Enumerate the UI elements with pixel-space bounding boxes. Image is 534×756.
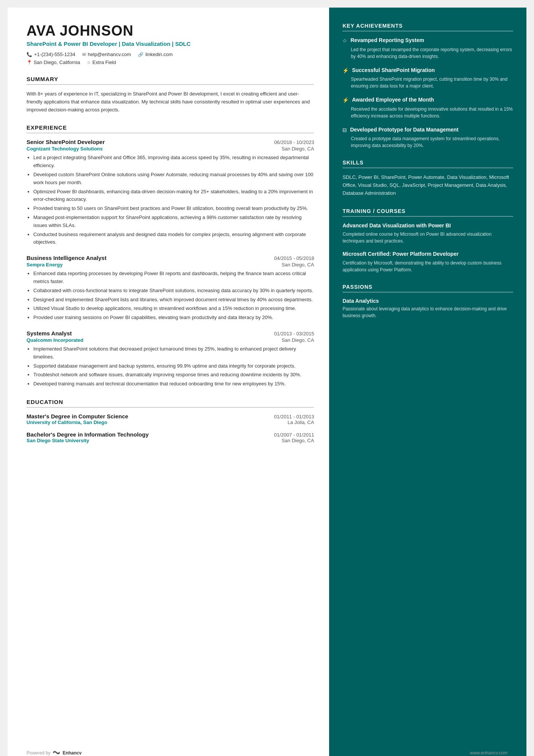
experience-title: EXPERIENCE bbox=[27, 124, 314, 133]
skills-title: SKILLS bbox=[342, 160, 513, 168]
extra-field: ☆ Extra Field bbox=[87, 59, 116, 65]
job-3-company-row: Qualcomm Incorporated San Diego, CA bbox=[27, 337, 314, 343]
job-1-company: Cognizant Technology Solutions bbox=[27, 146, 103, 152]
job-1-location: San Diego, CA bbox=[281, 146, 314, 152]
job-1-company-row: Cognizant Technology Solutions San Diego… bbox=[27, 146, 314, 152]
location-row: 📍 San Diego, California ☆ Extra Field bbox=[27, 59, 314, 65]
job-2-company-row: Sempra Energy San Diego, CA bbox=[27, 262, 314, 268]
training-item-1: Advanced Data Visualization with Power B… bbox=[342, 222, 513, 245]
bullet: Troubleshot network and software issues,… bbox=[33, 371, 314, 379]
passion-1-title: Data Analytics bbox=[342, 298, 513, 304]
job-item-1: Senior SharePoint Developer 06/2018 - 10… bbox=[27, 139, 314, 246]
edu-2-dates: 01/2007 - 01/2011 bbox=[274, 432, 314, 438]
candidate-name: AVA JOHNSON bbox=[27, 23, 314, 39]
bullet: Developed custom SharePoint Online solut… bbox=[33, 171, 314, 187]
bullet: Optimized Power BI dashboards, enhancing… bbox=[33, 188, 314, 204]
bullet: Designed and implemented SharePoint list… bbox=[33, 296, 314, 304]
education-section: EDUCATION Master's Degree in Computer Sc… bbox=[27, 399, 314, 443]
achievement-3-desc: Received the accolade for developing inn… bbox=[342, 106, 513, 119]
star-icon: ☆ bbox=[87, 60, 91, 65]
job-3-location: San Diego, CA bbox=[281, 337, 314, 343]
resume-container: AVA JOHNSON SharePoint & Power BI Develo… bbox=[8, 8, 526, 756]
email-icon: ✉ bbox=[82, 52, 86, 57]
phone-icon: 📞 bbox=[27, 52, 32, 57]
job-2-dates: 04/2015 - 05/2018 bbox=[274, 255, 314, 261]
job-1-title: Senior SharePoint Developer bbox=[27, 139, 105, 145]
footer-brand: Powered by Enhancv bbox=[27, 750, 81, 756]
job-3-bullets: Implemented SharePoint solutions that de… bbox=[27, 345, 314, 388]
contact-info: 📞 +1-(234)-555-1234 ✉ help@enhancv.com 🔗… bbox=[27, 52, 314, 57]
bullet: Utilized Visual Studio to develop applic… bbox=[33, 305, 314, 313]
achievement-4-title-row: ⊟ Developed Prototype for Data Managemen… bbox=[342, 126, 513, 134]
phone-field: 📞 +1-(234)-555-1234 bbox=[27, 52, 75, 57]
achievement-item-4: ⊟ Developed Prototype for Data Managemen… bbox=[342, 126, 513, 149]
skills-section: SKILLS SDLC, Power BI, SharePoint, Power… bbox=[342, 160, 513, 197]
job-3-header: Systems Analyst 01/2013 - 03/2015 bbox=[27, 330, 314, 337]
job-2-title: Business Intelligence Analyst bbox=[27, 255, 106, 261]
education-title: EDUCATION bbox=[27, 399, 314, 408]
bullet: Supported database management and backup… bbox=[33, 362, 314, 370]
linkedin-icon: 🔗 bbox=[138, 52, 144, 57]
job-1-bullets: Led a project integrating SharePoint and… bbox=[27, 154, 314, 246]
training-item-2: Microsoft Certified: Power Platform Deve… bbox=[342, 250, 513, 273]
passion-1-desc: Passionate about leveraging data analyti… bbox=[342, 305, 513, 319]
edu-2-header: Bachelor's Degree in Information Technol… bbox=[27, 431, 314, 438]
location-field: 📍 San Diego, California bbox=[27, 59, 80, 65]
edu-1-school-row: University of California, San Diego La J… bbox=[27, 419, 314, 425]
training-title: TRAINING / COURSES bbox=[342, 208, 513, 217]
job-3-company: Qualcomm Incorporated bbox=[27, 337, 83, 343]
job-1-dates: 06/2018 - 10/2023 bbox=[274, 139, 314, 145]
bullet: Enhanced data reporting processes by dev… bbox=[33, 270, 314, 286]
achievement-2-title: Successful SharePoint Migration bbox=[352, 67, 435, 74]
achievement-item-2: ⚡ Successful SharePoint Migration Spearh… bbox=[342, 67, 513, 90]
edu-2-school-row: San Diego State University San Diego, CA bbox=[27, 438, 314, 443]
achievement-4-title: Developed Prototype for Data Management bbox=[350, 126, 458, 134]
edu-1-dates: 01/2011 - 01/2013 bbox=[274, 414, 314, 419]
achievement-1-desc: Led the project that revamped the corpor… bbox=[342, 46, 513, 60]
location-icon: 📍 bbox=[27, 60, 32, 65]
summary-title: SUMMARY bbox=[27, 76, 314, 85]
right-column: KEY ACHIEVEMENTS ☆ Revamped Reporting Sy… bbox=[329, 8, 526, 756]
edu-1-school: University of California, San Diego bbox=[27, 419, 107, 425]
achievement-item-1: ☆ Revamped Reporting System Led the proj… bbox=[342, 37, 513, 60]
edu-2-school: San Diego State University bbox=[27, 438, 89, 443]
bullet: Provided user training sessions on Power… bbox=[33, 314, 314, 322]
achievement-2-title-row: ⚡ Successful SharePoint Migration bbox=[342, 67, 513, 74]
bullet: Conducted business requirement analysis … bbox=[33, 231, 314, 247]
enhancv-logo bbox=[53, 750, 60, 756]
edu-2-location: San Diego, CA bbox=[281, 438, 314, 443]
summary-text: With 8+ years of experience in IT, speci… bbox=[27, 90, 314, 114]
edu-2-degree: Bachelor's Degree in Information Technol… bbox=[27, 431, 149, 438]
passions-section: PASSIONS Data Analytics Passionate about… bbox=[342, 284, 513, 319]
linkedin-field: 🔗 linkedin.com bbox=[138, 52, 173, 57]
bullet: Collaborated with cross-functional teams… bbox=[33, 287, 314, 295]
summary-section: SUMMARY With 8+ years of experience in I… bbox=[27, 76, 314, 114]
bullet: Developed training manuals and technical… bbox=[33, 380, 314, 388]
bullet: Provided training to 50 users on SharePo… bbox=[33, 205, 314, 213]
powered-by-text: Powered by bbox=[27, 750, 50, 756]
edu-1-header: Master's Degree in Computer Science 01/2… bbox=[27, 413, 314, 419]
passions-title: PASSIONS bbox=[342, 284, 513, 293]
bullet: Led a project integrating SharePoint and… bbox=[33, 154, 314, 170]
edu-item-1: Master's Degree in Computer Science 01/2… bbox=[27, 413, 314, 425]
job-item-2: Business Intelligence Analyst 04/2015 - … bbox=[27, 255, 314, 322]
achievement-3-title: Awarded Employee of the Month bbox=[352, 96, 434, 104]
achievement-4-icon: ⊟ bbox=[342, 127, 347, 133]
passion-item-1: Data Analytics Passionate about leveragi… bbox=[342, 298, 513, 319]
skills-text: SDLC, Power BI, SharePoint, Power Automa… bbox=[342, 174, 513, 197]
left-column: AVA JOHNSON SharePoint & Power BI Develo… bbox=[8, 8, 329, 756]
job-2-header: Business Intelligence Analyst 04/2015 - … bbox=[27, 255, 314, 261]
achievement-1-icon: ☆ bbox=[342, 38, 347, 44]
achievement-3-title-row: ⚡ Awarded Employee of the Month bbox=[342, 96, 513, 104]
bullet: Managed post-implementation support for … bbox=[33, 214, 314, 230]
achievement-2-desc: Spearheaded SharePoint migration project… bbox=[342, 76, 513, 89]
achievements-section: KEY ACHIEVEMENTS ☆ Revamped Reporting Sy… bbox=[342, 23, 513, 149]
job-2-location: San Diego, CA bbox=[281, 262, 314, 268]
training-1-desc: Completed online course by Microsoft on … bbox=[342, 231, 513, 244]
job-2-bullets: Enhanced data reporting processes by dev… bbox=[27, 270, 314, 322]
job-1-header: Senior SharePoint Developer 06/2018 - 10… bbox=[27, 139, 314, 145]
brand-name: Enhancv bbox=[62, 750, 81, 756]
achievement-1-title: Revamped Reporting System bbox=[350, 37, 424, 44]
edu-1-degree: Master's Degree in Computer Science bbox=[27, 413, 128, 419]
achievements-title: KEY ACHIEVEMENTS bbox=[342, 23, 513, 31]
